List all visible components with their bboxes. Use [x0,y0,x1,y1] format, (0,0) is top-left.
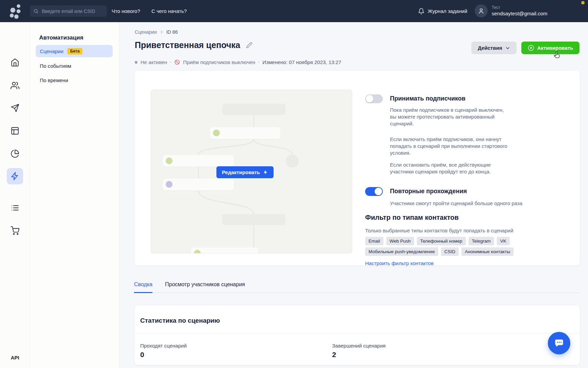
cart-icon [11,226,19,235]
scenario-status-row: Не активен Приём подписчиков выключен Из… [135,59,341,65]
chip-phone[interactable]: Телефонный номер [417,237,466,245]
breadcrumb: Сценарии ID 86 [135,29,178,35]
sidebar-item-home[interactable] [7,54,23,71]
nav-get-started[interactable]: С чего начать? [151,0,187,22]
chip-email[interactable]: Email [365,237,383,245]
accept-description-1: Пока приём подписчиков в сценарий выключ… [390,107,509,127]
node-status-dot [213,129,220,136]
sidebar-item-api[interactable]: API [0,355,30,361]
account-menu[interactable]: Тест sendsaytest@gmail.com [475,4,548,17]
statistics-card: Статистика по сценарию Проходят сценарий… [134,305,580,365]
repeat-passes-description: Участники смогут пройти сценарий больше … [390,200,533,206]
chip-mobile-push[interactable]: Мобильные push-уведомление [365,247,438,256]
stat-in-progress: Проходят сценарий 0 [140,343,187,359]
chip-csid[interactable]: CSID [441,247,459,256]
edit-title-icon[interactable] [246,42,252,48]
nav-whats-new[interactable]: Что нового? [112,0,140,22]
breadcrumb-scenarios[interactable]: Сценарии [135,29,157,35]
statistics-title: Статистика по сценарию [140,317,220,324]
flow-node-message [210,127,280,139]
accept-description-3: Если остановить приём, все действующие у… [390,162,509,175]
accept-subscribers-toggle[interactable] [365,94,383,103]
tab-participants[interactable]: Просмотр участников сценария [165,280,245,292]
configure-filter-link[interactable]: Настроить фильтр контактов [365,260,542,266]
chevron-right-icon [160,30,164,34]
edit-button-label: Редактировать [222,169,260,175]
flow-node-message [191,247,258,254]
subnav-item-scenarios[interactable]: Сценарии Бета [36,45,113,57]
status-dot-icon [135,61,137,64]
tab-summary[interactable]: Сводка [134,280,152,293]
modified-text: Изменено: 07 ноября 2023, 13:27 [262,59,341,65]
chip-web-push[interactable]: Web Push [386,237,414,245]
stat-value: 2 [332,351,386,359]
subnav-item-label: Сценарии [40,48,63,54]
account-email: sendsaytest@gmail.com [492,10,548,17]
bell-icon [418,8,425,15]
search-input[interactable] [41,8,104,14]
page-title: Приветственная цепочка [135,40,240,50]
actions-button[interactable]: Действия [471,42,517,54]
sidebar-item-campaigns[interactable] [7,100,23,116]
flow-node-wait [222,214,285,225]
beta-badge: Бета [67,48,82,55]
edit-scenario-button[interactable]: Редактировать [216,166,274,178]
actions-button-label: Действия [478,45,502,51]
notification-dot [581,1,585,4]
activate-button[interactable]: Активировать [521,42,579,54]
contact-filter-title: Фильтр по типам контактов [365,214,542,221]
home-icon [11,58,19,67]
avatar [475,4,488,17]
task-journal-button[interactable]: Журнал заданий [418,0,467,22]
status-text: Не активен [141,59,167,65]
flow-node-message [163,155,234,167]
flow-node-action [163,179,234,190]
list-icon [11,203,19,212]
node-status-dot [166,157,173,164]
layout-icon [11,126,19,135]
breadcrumb-current[interactable]: ID 86 [166,29,178,35]
stat-label: Завершений сценария [332,343,386,349]
sidebar-item-contacts[interactable] [7,77,23,94]
activate-button-label: Активировать [537,45,573,51]
send-icon [11,104,19,112]
node-status-dot [194,250,201,254]
subnav-item-by-time[interactable]: По времени [40,77,68,83]
sidebar-item-lists[interactable] [7,200,23,216]
sidebar-item-statistics[interactable] [7,145,23,162]
scenario-preview[interactable]: Редактировать [151,90,352,254]
subscription-status-text: Приём подписчиков выключен [183,59,255,65]
toggle-knob [366,95,373,103]
contact-filter-description: Только выбранные типы контактов будут по… [365,228,542,233]
sidebar-item-automation[interactable] [7,168,23,184]
sidebar-item-templates[interactable] [7,123,23,139]
account-name: Тест [492,5,548,10]
separator-dot [170,62,171,63]
sendsay-logo-icon [9,4,21,19]
repeat-passes-label: Повторные прохождения [390,188,467,195]
flow-node-start [222,104,285,115]
chip-telegram[interactable]: Telegram [469,237,494,245]
chip-vk[interactable]: VK [497,237,510,245]
chevron-down-icon [505,46,510,50]
scenario-tabs: Сводка Просмотр участников сценария [134,280,580,293]
mouse-cursor-icon [553,50,562,59]
users-icon [11,81,19,90]
scenario-settings: Принимать подписчиков Пока приём подписч… [365,94,542,266]
sidebar-item-shop[interactable] [7,223,23,239]
chip-anonymous[interactable]: Анонимные контакты [461,247,513,256]
icon-sidebar: API [0,22,30,368]
contact-type-chips: Email Web Push Телефонный номер Telegram… [365,237,542,256]
subnav-item-by-events[interactable]: По событиям [40,63,71,69]
pie-chart-icon [11,149,19,158]
accept-description-2: Если включить приём подписчиков, они нач… [390,136,509,156]
app-window: Что нового? С чего начать? Журнал задани… [0,0,588,368]
search-icon [33,9,38,14]
scenario-settings-card: Редактировать Принимать подписчиков Пока… [134,70,580,266]
global-search[interactable] [30,5,107,17]
no-entry-icon [174,59,180,65]
repeat-passes-toggle[interactable] [365,187,383,196]
task-journal-label: Журнал заданий [428,8,467,14]
support-chat-button[interactable] [548,332,570,354]
chat-bubble-icon [554,338,564,348]
